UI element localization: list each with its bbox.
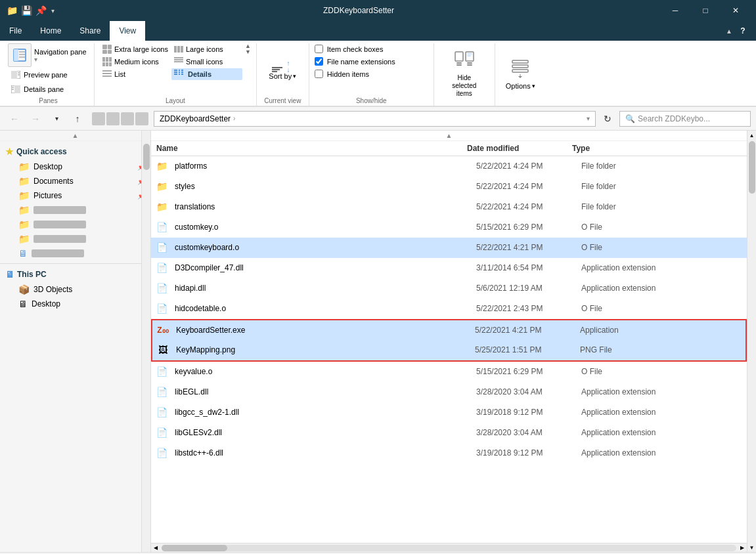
sidebar-item-blurred-3[interactable]: 📁 blurred xyxy=(0,232,150,246)
layout-scroll-arrows[interactable]: ▲ ▼ xyxy=(245,43,251,55)
hidden-items-checkbox[interactable] xyxy=(315,70,323,78)
file-name-extensions-checkbox[interactable] xyxy=(315,57,323,66)
menu-home[interactable]: Home xyxy=(31,21,70,41)
pin-icon[interactable]: 📌 xyxy=(34,4,47,17)
hidapi-type: Application extension xyxy=(576,284,681,293)
hscrollbar-right-btn[interactable]: ▶ xyxy=(738,543,747,553)
navigation-pane-icon[interactable] xyxy=(8,43,32,67)
filelist-scrollbar-down[interactable]: ▼ xyxy=(747,543,756,552)
sidebar-scroll-up[interactable]: ▲ xyxy=(0,131,150,141)
nav-icon-svg xyxy=(13,49,26,62)
file-row-libegl[interactable]: 📄 libEGL.dll 3/28/2020 3:04 AM Applicati… xyxy=(151,382,747,402)
col-name-header[interactable]: Name xyxy=(151,141,462,156)
address-path[interactable]: ZDDKeyboardSetter › ▾ xyxy=(154,111,596,127)
translations-type: File folder xyxy=(576,202,681,211)
sidebar-item-blurred-2[interactable]: 📁 blurred xyxy=(0,217,150,232)
item-check-boxes-checkbox[interactable] xyxy=(315,45,323,53)
recent-locations-button[interactable]: ▾ xyxy=(47,110,66,128)
sort-by-btn[interactable]: ↑ ↓ Sort by ▾ xyxy=(266,56,299,83)
file-row-libstdc[interactable]: 📄 libstdc++-6.dll 3/19/2018 9:12 PM Appl… xyxy=(151,443,747,463)
sidebar-item-blurred-1[interactable]: 📁 blurred xyxy=(0,203,150,217)
file-row-hidapi[interactable]: 📄 hidapi.dll 5/6/2021 12:19 AM Applicati… xyxy=(151,278,747,299)
hscrollbar-track[interactable] xyxy=(162,545,736,551)
hscrollbar-left-btn[interactable]: ◀ xyxy=(151,543,160,553)
file-row-customkeyboard[interactable]: 📄 customkeyboard.o 5/22/2021 4:21 PM O F… xyxy=(151,238,747,258)
forward-button[interactable]: → xyxy=(26,110,45,128)
extra-large-icons-btn[interactable]: Extra large icons xyxy=(100,43,171,55)
menu-share[interactable]: Share xyxy=(70,21,110,41)
folder-icon[interactable]: 📁 xyxy=(5,4,18,17)
file-row-libgcc[interactable]: 📄 libgcc_s_dw2-1.dll 3/19/2018 9:12 PM A… xyxy=(151,402,747,423)
file-row-platforms[interactable]: 📁 platforms 5/22/2021 4:24 PM File folde… xyxy=(151,156,747,177)
navigation-pane-label[interactable]: Navigation pane xyxy=(34,48,87,56)
refresh-button[interactable]: ↻ xyxy=(598,110,617,128)
sidebar-item-documents[interactable]: 📁 Documents 📌 xyxy=(0,174,150,188)
hscrollbar[interactable]: ◀ ▶ xyxy=(151,543,747,552)
options-content: Options ▾ xyxy=(500,43,541,103)
titlebar-arrow[interactable]: ▾ xyxy=(51,7,55,14)
sidebar-item-blurred-4[interactable]: 🖥 blurred xyxy=(0,246,150,261)
help-button[interactable]: ? xyxy=(735,23,751,39)
filelist-scrollbar-up[interactable]: ▲ xyxy=(747,131,756,140)
file-name-extensions-row[interactable]: File name extensions xyxy=(315,56,395,67)
col-date-header[interactable]: Date modified xyxy=(462,141,567,156)
hidden-items-row[interactable]: Hidden items xyxy=(315,68,369,79)
large-icons-btn[interactable]: Large icons xyxy=(171,43,242,55)
close-button[interactable]: ✕ xyxy=(721,0,751,21)
path-dropdown-arrow[interactable]: ▾ xyxy=(587,115,590,122)
small-icons-btn[interactable]: Small icons xyxy=(171,56,242,68)
libegl-date: 3/28/2020 3:04 AM xyxy=(471,387,576,396)
menu-view[interactable]: View xyxy=(110,21,145,41)
minimize-button[interactable]: ─ xyxy=(660,0,690,21)
keyboardsetter-name: KeyboardSetter.exe xyxy=(173,326,470,335)
sidebar-item-3d-objects[interactable]: 📦 3D Objects xyxy=(0,282,150,297)
file-row-d3dcompiler[interactable]: 📄 D3Dcompiler_47.dll 3/11/2014 6:54 PM A… xyxy=(151,258,747,278)
svg-rect-24 xyxy=(512,65,528,68)
this-pc-header[interactable]: 🖥 This PC xyxy=(0,266,150,282)
file-row-translations[interactable]: 📁 translations 5/22/2021 4:24 PM File fo… xyxy=(151,197,747,217)
up-button[interactable]: ↑ xyxy=(68,110,87,128)
item-check-boxes-row[interactable]: Item check boxes xyxy=(315,43,384,54)
hscrollbar-thumb[interactable] xyxy=(162,545,227,551)
col-type-header[interactable]: Type xyxy=(567,141,672,156)
search-box[interactable]: 🔍 Search ZDDKeybo... xyxy=(619,111,751,127)
sidebar-item-pictures[interactable]: 📁 Pictures 📌 xyxy=(0,188,150,203)
options-btn[interactable]: Options ▾ xyxy=(500,54,541,93)
back-button[interactable]: ← xyxy=(5,110,24,128)
hide-selected-btn[interactable]: Hide selected items xyxy=(439,47,489,100)
maximize-button[interactable]: □ xyxy=(690,0,721,21)
sidebar-item-desktop-pc[interactable]: 🖥 Desktop xyxy=(0,297,150,311)
details-pane-btn[interactable]: Details pane xyxy=(8,83,87,96)
this-pc-label: This PC xyxy=(17,270,47,279)
file-row-customkey[interactable]: 📄 customkey.o 5/15/2021 6:29 PM O File xyxy=(151,217,747,238)
hidcodetable-date: 5/22/2021 2:43 PM xyxy=(471,304,576,313)
d3dcompiler-type: Application extension xyxy=(576,263,681,272)
hidden-items-label: Hidden items xyxy=(327,70,369,78)
list-btn[interactable]: List xyxy=(100,68,171,80)
ribbon-expand-icon[interactable]: ▲ xyxy=(726,21,732,41)
filelist-scroll-up[interactable]: ▲ xyxy=(151,131,747,141)
keyvalue-date: 5/15/2021 6:29 PM xyxy=(471,367,576,376)
medium-icons-btn[interactable]: Medium icons xyxy=(100,56,171,68)
file-row-styles[interactable]: 📁 styles 5/22/2021 4:24 PM File folder xyxy=(151,177,747,197)
details-btn[interactable]: Details xyxy=(171,68,242,80)
3d-objects-label: 3D Objects xyxy=(33,285,72,294)
file-row-libglesv2[interactable]: 📄 libGLESv2.dll 3/28/2020 3:04 AM Applic… xyxy=(151,423,747,443)
sidebar-item-desktop[interactable]: 📁 Desktop 📌 xyxy=(0,160,150,174)
sidebar: ▲ ★ Quick access 📁 Desktop 📌 📁 Documents… xyxy=(0,131,151,552)
file-row-keymapping[interactable]: 🖼 KeyMapping.png 5/25/2021 1:51 PM PNG F… xyxy=(152,340,745,360)
file-row-keyboardsetter[interactable]: Z₀₀ KeyboardSetter.exe 5/22/2021 4:21 PM… xyxy=(152,320,745,340)
col-size-header[interactable] xyxy=(672,146,738,151)
menu-file[interactable]: File xyxy=(0,21,31,41)
details-label: Details xyxy=(186,70,213,79)
nav-pane-arrow[interactable]: ▾ xyxy=(34,56,87,63)
quick-access-header[interactable]: ★ Quick access xyxy=(0,144,150,160)
sidebar-scrollbar[interactable] xyxy=(141,131,150,552)
preview-pane-btn[interactable]: Preview pane xyxy=(8,68,87,81)
file-row-hidcodetable[interactable]: 📄 hidcodetable.o 5/22/2021 2:43 PM O Fil… xyxy=(151,299,747,319)
blurred-label-3: blurred xyxy=(33,235,86,243)
styles-icon: 📁 xyxy=(154,179,169,194)
filelist-scrollbar[interactable]: ▲ ▼ xyxy=(747,131,756,552)
save-icon[interactable]: 💾 xyxy=(20,4,33,17)
file-row-keyvalue[interactable]: 📄 keyvalue.o 5/15/2021 6:29 PM O File xyxy=(151,362,747,382)
